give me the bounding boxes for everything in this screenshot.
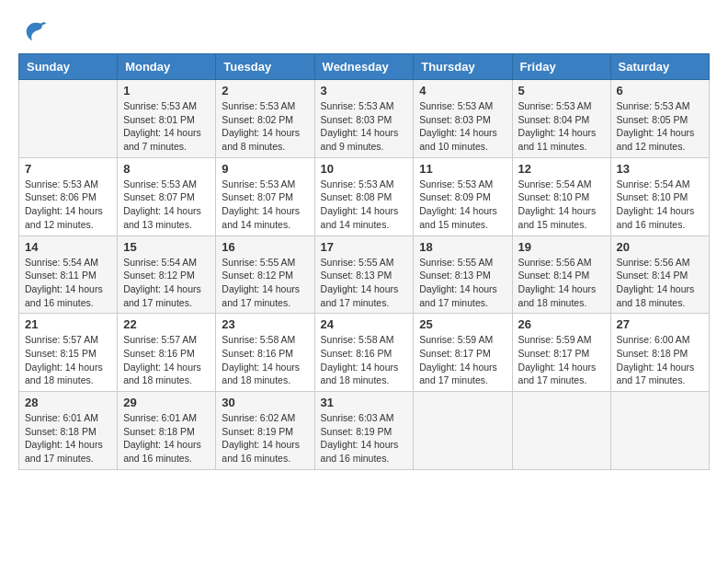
- calendar-cell: 12Sunrise: 5:54 AM Sunset: 8:10 PM Dayli…: [512, 157, 610, 236]
- day-number: 23: [222, 317, 308, 331]
- day-number: 18: [419, 240, 506, 254]
- day-info: Sunrise: 5:58 AM Sunset: 8:16 PM Dayligh…: [321, 333, 408, 387]
- day-info: Sunrise: 5:53 AM Sunset: 8:03 PM Dayligh…: [321, 99, 408, 154]
- day-number: 24: [321, 317, 408, 331]
- day-info: Sunrise: 5:55 AM Sunset: 8:13 PM Dayligh…: [419, 256, 506, 310]
- calendar-cell: 21Sunrise: 5:57 AM Sunset: 8:15 PM Dayli…: [19, 314, 118, 392]
- day-info: Sunrise: 5:53 AM Sunset: 8:07 PM Dayligh…: [222, 178, 308, 232]
- calendar-cell: 17Sunrise: 5:55 AM Sunset: 8:13 PM Dayli…: [314, 236, 414, 314]
- calendar-week-row: 1Sunrise: 5:53 AM Sunset: 8:01 PM Daylig…: [19, 80, 710, 158]
- day-info: Sunrise: 5:53 AM Sunset: 8:03 PM Dayligh…: [419, 99, 506, 154]
- day-number: 28: [25, 396, 111, 409]
- calendar-cell: 15Sunrise: 5:54 AM Sunset: 8:12 PM Dayli…: [118, 236, 216, 314]
- day-info: Sunrise: 5:54 AM Sunset: 8:10 PM Dayligh…: [518, 178, 605, 232]
- day-info: Sunrise: 5:53 AM Sunset: 8:08 PM Dayligh…: [321, 178, 408, 232]
- day-info: Sunrise: 5:59 AM Sunset: 8:17 PM Dayligh…: [518, 333, 605, 387]
- calendar-cell: 18Sunrise: 5:55 AM Sunset: 8:13 PM Dayli…: [414, 236, 512, 314]
- calendar-cell: 14Sunrise: 5:54 AM Sunset: 8:11 PM Dayli…: [19, 236, 118, 314]
- day-info: Sunrise: 5:55 AM Sunset: 8:13 PM Dayligh…: [321, 256, 408, 310]
- calendar-cell: 10Sunrise: 5:53 AM Sunset: 8:08 PM Dayli…: [314, 157, 414, 236]
- calendar-cell: [610, 392, 709, 470]
- calendar-cell: 6Sunrise: 5:53 AM Sunset: 8:05 PM Daylig…: [610, 80, 709, 158]
- day-info: Sunrise: 5:57 AM Sunset: 8:16 PM Dayligh…: [123, 333, 210, 387]
- col-header-friday: Friday: [512, 54, 610, 80]
- calendar-week-row: 21Sunrise: 5:57 AM Sunset: 8:15 PM Dayli…: [19, 314, 710, 392]
- calendar-week-row: 14Sunrise: 5:54 AM Sunset: 8:11 PM Dayli…: [19, 236, 710, 314]
- day-info: Sunrise: 5:53 AM Sunset: 8:06 PM Dayligh…: [25, 178, 111, 232]
- day-info: Sunrise: 5:53 AM Sunset: 8:02 PM Dayligh…: [222, 99, 308, 154]
- calendar-cell: 27Sunrise: 6:00 AM Sunset: 8:18 PM Dayli…: [610, 314, 709, 392]
- day-number: 11: [419, 162, 506, 176]
- day-info: Sunrise: 5:56 AM Sunset: 8:14 PM Dayligh…: [617, 256, 703, 310]
- day-number: 30: [222, 396, 308, 409]
- day-number: 25: [419, 317, 506, 331]
- day-number: 7: [25, 162, 111, 176]
- day-info: Sunrise: 5:59 AM Sunset: 8:17 PM Dayligh…: [419, 333, 506, 387]
- calendar-cell: 31Sunrise: 6:03 AM Sunset: 8:19 PM Dayli…: [314, 392, 414, 470]
- day-info: Sunrise: 5:56 AM Sunset: 8:14 PM Dayligh…: [518, 256, 605, 310]
- col-header-monday: Monday: [118, 54, 216, 80]
- day-number: 13: [617, 162, 703, 176]
- logo-bird-icon: [22, 18, 48, 44]
- day-number: 10: [321, 162, 408, 176]
- day-number: 8: [123, 162, 210, 176]
- day-info: Sunrise: 6:00 AM Sunset: 8:18 PM Dayligh…: [617, 333, 703, 387]
- day-number: 6: [617, 84, 703, 98]
- calendar-week-row: 28Sunrise: 6:01 AM Sunset: 8:18 PM Dayli…: [19, 392, 710, 470]
- day-info: Sunrise: 5:54 AM Sunset: 8:12 PM Dayligh…: [123, 256, 210, 310]
- calendar-cell: 1Sunrise: 5:53 AM Sunset: 8:01 PM Daylig…: [118, 80, 216, 158]
- calendar-cell: 3Sunrise: 5:53 AM Sunset: 8:03 PM Daylig…: [314, 80, 414, 158]
- calendar-cell: 16Sunrise: 5:55 AM Sunset: 8:12 PM Dayli…: [216, 236, 314, 314]
- calendar-cell: 22Sunrise: 5:57 AM Sunset: 8:16 PM Dayli…: [118, 314, 216, 392]
- day-info: Sunrise: 5:54 AM Sunset: 8:10 PM Dayligh…: [617, 178, 703, 232]
- day-number: 14: [25, 240, 111, 254]
- day-number: 17: [321, 240, 408, 254]
- day-number: 1: [123, 84, 210, 98]
- day-number: 29: [123, 396, 210, 409]
- day-info: Sunrise: 6:03 AM Sunset: 8:19 PM Dayligh…: [321, 411, 408, 465]
- calendar-cell: 20Sunrise: 5:56 AM Sunset: 8:14 PM Dayli…: [610, 236, 709, 314]
- calendar-cell: [512, 392, 610, 470]
- calendar-cell: 28Sunrise: 6:01 AM Sunset: 8:18 PM Dayli…: [19, 392, 118, 470]
- day-info: Sunrise: 6:01 AM Sunset: 8:18 PM Dayligh…: [25, 411, 111, 465]
- day-info: Sunrise: 5:58 AM Sunset: 8:16 PM Dayligh…: [222, 333, 308, 387]
- day-info: Sunrise: 6:02 AM Sunset: 8:19 PM Dayligh…: [222, 411, 308, 465]
- calendar-cell: 30Sunrise: 6:02 AM Sunset: 8:19 PM Dayli…: [216, 392, 314, 470]
- calendar-cell: 7Sunrise: 5:53 AM Sunset: 8:06 PM Daylig…: [19, 157, 118, 236]
- day-number: 22: [123, 317, 210, 331]
- calendar-cell: 25Sunrise: 5:59 AM Sunset: 8:17 PM Dayli…: [414, 314, 512, 392]
- day-number: 16: [222, 240, 308, 254]
- day-number: 27: [617, 317, 703, 331]
- calendar-cell: 26Sunrise: 5:59 AM Sunset: 8:17 PM Dayli…: [512, 314, 610, 392]
- day-info: Sunrise: 5:57 AM Sunset: 8:15 PM Dayligh…: [25, 333, 111, 387]
- day-number: 31: [321, 396, 408, 409]
- calendar-cell: 9Sunrise: 5:53 AM Sunset: 8:07 PM Daylig…: [216, 157, 314, 236]
- day-number: 26: [518, 317, 605, 331]
- calendar-cell: 19Sunrise: 5:56 AM Sunset: 8:14 PM Dayli…: [512, 236, 610, 314]
- col-header-thursday: Thursday: [414, 54, 512, 80]
- day-info: Sunrise: 5:53 AM Sunset: 8:01 PM Dayligh…: [123, 99, 210, 154]
- day-info: Sunrise: 5:53 AM Sunset: 8:09 PM Dayligh…: [419, 178, 506, 232]
- day-number: 4: [419, 84, 506, 98]
- calendar-cell: 11Sunrise: 5:53 AM Sunset: 8:09 PM Dayli…: [414, 157, 512, 236]
- day-info: Sunrise: 5:53 AM Sunset: 8:04 PM Dayligh…: [518, 99, 605, 154]
- day-number: 15: [123, 240, 210, 254]
- day-number: 2: [222, 84, 308, 98]
- calendar-cell: 23Sunrise: 5:58 AM Sunset: 8:16 PM Dayli…: [216, 314, 314, 392]
- day-info: Sunrise: 5:53 AM Sunset: 8:05 PM Dayligh…: [617, 99, 703, 154]
- calendar-cell: [19, 80, 118, 158]
- day-number: 12: [518, 162, 605, 176]
- day-info: Sunrise: 5:54 AM Sunset: 8:11 PM Dayligh…: [25, 256, 111, 310]
- calendar-cell: 8Sunrise: 5:53 AM Sunset: 8:07 PM Daylig…: [118, 157, 216, 236]
- day-info: Sunrise: 5:55 AM Sunset: 8:12 PM Dayligh…: [222, 256, 308, 310]
- day-number: 20: [617, 240, 703, 254]
- page-header: [18, 18, 710, 44]
- day-number: 3: [321, 84, 408, 98]
- calendar-cell: 5Sunrise: 5:53 AM Sunset: 8:04 PM Daylig…: [512, 80, 610, 158]
- day-info: Sunrise: 5:53 AM Sunset: 8:07 PM Dayligh…: [123, 178, 210, 232]
- logo: [18, 18, 48, 44]
- calendar-cell: 2Sunrise: 5:53 AM Sunset: 8:02 PM Daylig…: [216, 80, 314, 158]
- calendar-cell: 24Sunrise: 5:58 AM Sunset: 8:16 PM Dayli…: [314, 314, 414, 392]
- day-number: 9: [222, 162, 308, 176]
- col-header-tuesday: Tuesday: [216, 54, 314, 80]
